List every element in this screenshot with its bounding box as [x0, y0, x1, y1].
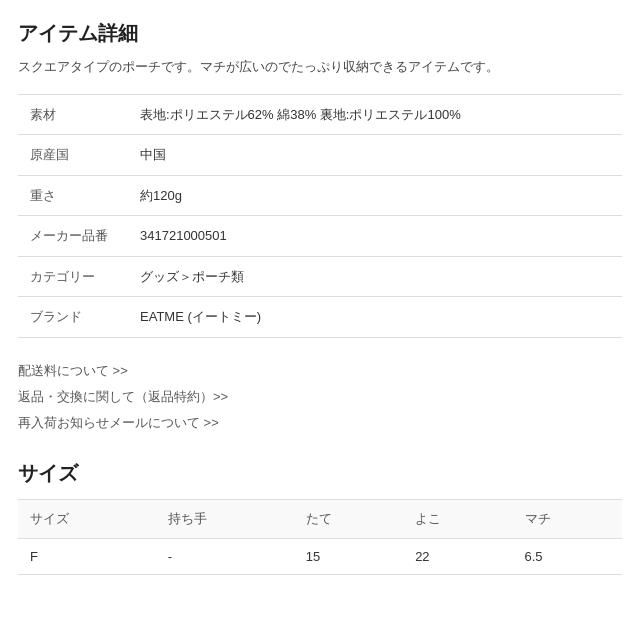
row-label: 重さ [18, 175, 128, 216]
item-detail-table: 素材表地:ポリエステル62% 綿38% 裏地:ポリエステル100%原産国中国重さ… [18, 94, 622, 338]
item-detail-title: アイテム詳細 [18, 20, 622, 47]
size-cell: 6.5 [513, 538, 622, 574]
table-row: 素材表地:ポリエステル62% 綿38% 裏地:ポリエステル100% [18, 94, 622, 135]
size-column-header: たて [294, 499, 403, 538]
row-label: ブランド [18, 297, 128, 338]
row-label: カテゴリー [18, 256, 128, 297]
size-column-header: サイズ [18, 499, 156, 538]
size-table: サイズ持ち手たてよこマチ F-15226.5 [18, 499, 622, 575]
info-link[interactable]: 配送料について >> [18, 358, 622, 384]
row-value: 中国 [128, 135, 622, 176]
size-cell: F [18, 538, 156, 574]
table-row: ブランドEATME (イートミー) [18, 297, 622, 338]
size-cell: 15 [294, 538, 403, 574]
size-column-header: マチ [513, 499, 622, 538]
size-column-header: 持ち手 [156, 499, 294, 538]
table-row: 原産国中国 [18, 135, 622, 176]
size-cell: - [156, 538, 294, 574]
row-label: 原産国 [18, 135, 128, 176]
row-label: メーカー品番 [18, 216, 128, 257]
size-table-row: F-15226.5 [18, 538, 622, 574]
item-description: スクエアタイプのポーチです。マチが広いのでたっぷり収納できるアイテムです。 [18, 57, 622, 78]
table-row: カテゴリーグッズ＞ポーチ類 [18, 256, 622, 297]
size-cell: 22 [403, 538, 512, 574]
row-value: 約120g [128, 175, 622, 216]
row-value: 341721000501 [128, 216, 622, 257]
row-label: 素材 [18, 94, 128, 135]
info-links[interactable]: 配送料について >>返品・交換に関して（返品特約）>>再入荷お知らせメールについ… [18, 358, 622, 436]
size-section-title: サイズ [18, 460, 622, 487]
size-table-header-row: サイズ持ち手たてよこマチ [18, 499, 622, 538]
info-link[interactable]: 再入荷お知らせメールについて >> [18, 410, 622, 436]
row-value: グッズ＞ポーチ類 [128, 256, 622, 297]
info-link[interactable]: 返品・交換に関して（返品特約）>> [18, 384, 622, 410]
row-value: 表地:ポリエステル62% 綿38% 裏地:ポリエステル100% [128, 94, 622, 135]
table-row: 重さ約120g [18, 175, 622, 216]
row-value: EATME (イートミー) [128, 297, 622, 338]
table-row: メーカー品番341721000501 [18, 216, 622, 257]
size-column-header: よこ [403, 499, 512, 538]
